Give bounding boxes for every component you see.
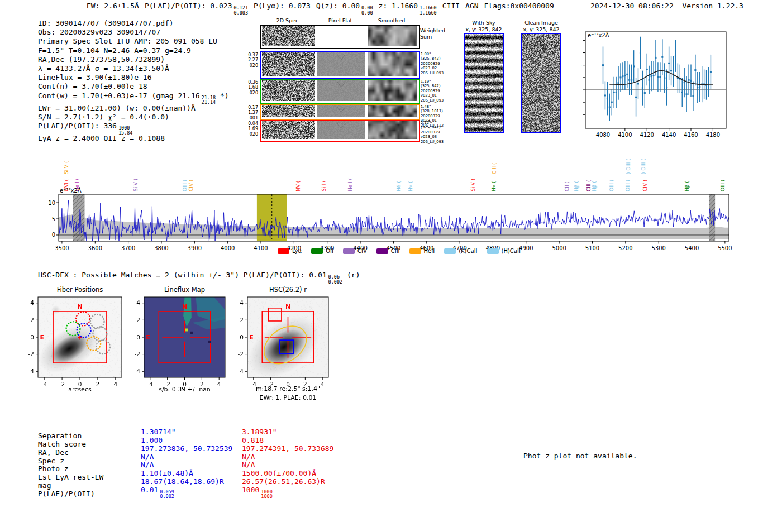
x-tick-label: 4100 <box>254 245 268 251</box>
match-value-candidate-1: 1.30714" <box>141 428 232 436</box>
legend-label: (K)CaII <box>459 248 477 254</box>
x-tick-label: 3500 <box>55 245 69 251</box>
match-value-candidate-2: 26.57(26.51,26.63)R <box>242 477 333 486</box>
legend-swatch <box>487 248 499 254</box>
main-spec-ylabel: e⁻¹⁷x2Å <box>60 188 82 194</box>
x-tick-label: 5500 <box>718 245 732 251</box>
hsc-ewr-label: EWr: 1. PLAE: 0.01 <box>236 394 340 401</box>
clean-noise-image <box>522 34 560 132</box>
north-label: N <box>285 303 290 310</box>
match-value-candidate-1: 0.010.0590.002 <box>141 486 232 494</box>
x-tick-label: 4100 <box>618 132 632 138</box>
match-row-label: mag <box>38 481 103 490</box>
fiber-circle <box>96 340 110 354</box>
fiber-circle <box>77 323 91 337</box>
legend-entry: Lyα <box>278 248 302 254</box>
errorbar-series <box>602 37 712 121</box>
y-tick-label: 2 <box>136 317 140 323</box>
y-tick-label: 5 <box>52 216 55 222</box>
emission-line-label: OIII ( <box>182 180 188 191</box>
spec2d-row <box>260 79 420 104</box>
legend-label: Lyα <box>292 248 302 254</box>
north-label: N <box>77 303 82 310</box>
emission-line-label: CIV ( <box>642 180 648 191</box>
version-label: Version 1.22.3 <box>682 2 743 10</box>
match-row-label: Photo z <box>38 464 103 473</box>
match-row-label: Spec z <box>38 457 103 465</box>
y-tick-label: 0 <box>581 87 581 93</box>
spec2d-row <box>260 104 420 121</box>
spec2d-row <box>260 51 420 79</box>
spec2d-pixelflat-image <box>317 105 365 117</box>
x-tick-label: 5100 <box>585 245 599 251</box>
legend-entry: CIII <box>376 248 400 254</box>
lineflux-map-title: Lineflux Map <box>139 286 231 294</box>
dark-fiber-point <box>208 341 211 343</box>
spec2d-2d-image <box>262 80 315 101</box>
x-tick-label: 4000 <box>221 245 235 251</box>
spec2d-header-smoothed: Smoothed <box>365 17 418 23</box>
x-tick-label: 3800 <box>154 245 168 251</box>
clean-image-title: Clean Imagex, y: 325, 842 <box>516 20 567 32</box>
z-frac: 1.16601.1660 <box>419 6 437 15</box>
line-fit-plot: 86420-2-4408041004120414041604180 <box>581 27 782 141</box>
plae-frac: 0.1210.003 <box>233 6 248 15</box>
spec2d-smoothed-image <box>368 52 417 76</box>
hsc-cutout-title: HSC(26.2) r <box>242 286 334 294</box>
y-tick-label: 0 <box>240 334 244 341</box>
y-tick-label: -2 <box>28 351 34 357</box>
x-tick-label: 4080 <box>596 132 610 138</box>
x-tick-label: 3700 <box>121 245 135 251</box>
with-sky-coords: x, y: 325, 842 <box>458 26 509 33</box>
y-tick-label: 4 <box>30 299 34 306</box>
y-tick-label: 2 <box>30 317 34 323</box>
spec2d-pixelflat-image <box>317 121 365 139</box>
x-tick-label: 4160 <box>684 132 698 138</box>
match-table-labels: SeparationMatch scoreRA, DecSpec zPhoto … <box>38 432 103 498</box>
qz-frac: 0.000.00 <box>361 6 373 15</box>
elixer-report-page: { "report": {"datetime": "2024-12-30 08:… <box>0 0 782 532</box>
y-tick-label: 10 <box>48 200 55 206</box>
spectrum-legend: LyαOIICIVCIIIHeII(K)CaII(H)CaII <box>278 248 521 254</box>
x-tick-label: 3900 <box>188 245 202 251</box>
match-row-label: P(LAE)/P(OII) <box>38 490 103 498</box>
emission-line-label: SiII ( <box>321 180 327 191</box>
x-tick-label: 4120 <box>640 132 654 138</box>
x-tick-label: 5200 <box>618 245 632 251</box>
match-table-candidate-2: 3.18931"0.818197.274391, 50.733689N/AN/A… <box>242 428 333 494</box>
legend-swatch <box>444 248 456 254</box>
fiber-positions-title: Fiber Positions <box>32 286 127 294</box>
match-value-candidate-2: 3.18931" <box>242 428 333 436</box>
east-label: E <box>249 334 254 341</box>
legend-swatch <box>278 248 289 254</box>
clean-image-coords: x, y: 325, 842 <box>516 26 567 33</box>
legend-label: OII <box>326 248 333 254</box>
dark-fiber-point <box>190 332 193 334</box>
spec2d-2d-image <box>262 26 315 46</box>
spec2d-2d-image <box>262 121 315 139</box>
lineflux-map-sublabel: s/b: 0.39 +/- nan <box>133 386 236 393</box>
emission-line-label: ) OIII ( <box>626 159 631 174</box>
legend-entry: HeII <box>409 248 435 254</box>
hsc-mag-label: m:18.7 re:2.5" s:1.4" <box>236 385 340 392</box>
match-value-candidate-2: N/A <box>242 461 333 469</box>
legend-label: (H)CaII <box>502 248 521 254</box>
spec2d-header-pixelflat: Pixel Flat <box>315 17 365 23</box>
emission-line-label: CIV ( <box>188 180 194 191</box>
legend-entry: (H)CaII <box>487 248 521 254</box>
y-tick-label: -2 <box>135 351 140 357</box>
y-tick-label: 0 <box>30 334 34 341</box>
match-row-label: Match score <box>38 440 103 448</box>
neighbor-square <box>269 308 282 321</box>
zoom-plot-ylabel: e⁻¹⁷x2Å <box>588 32 609 39</box>
emission-line-label: NV ( <box>295 181 301 191</box>
emission-line-label: CIII ( <box>586 180 592 191</box>
fiber-positions-xlabel: arcsecs <box>38 386 122 393</box>
header-bar: EW: 2.6±1.5Å P(LAE)/P(OII): 0.0230.1210.… <box>87 2 554 14</box>
legend-label: CIII <box>391 248 400 254</box>
y-tick-label: 2 <box>581 74 581 80</box>
spec2d-row-weights: 0.171.37001 <box>244 105 258 121</box>
match-value-candidate-1: 18.67(18.64,18.69)R <box>141 477 232 486</box>
match-value-candidate-1: N/A <box>141 461 232 469</box>
plae-poii-value: P(LAE)/P(OII): 0.0230.1210.003 <box>145 2 248 14</box>
